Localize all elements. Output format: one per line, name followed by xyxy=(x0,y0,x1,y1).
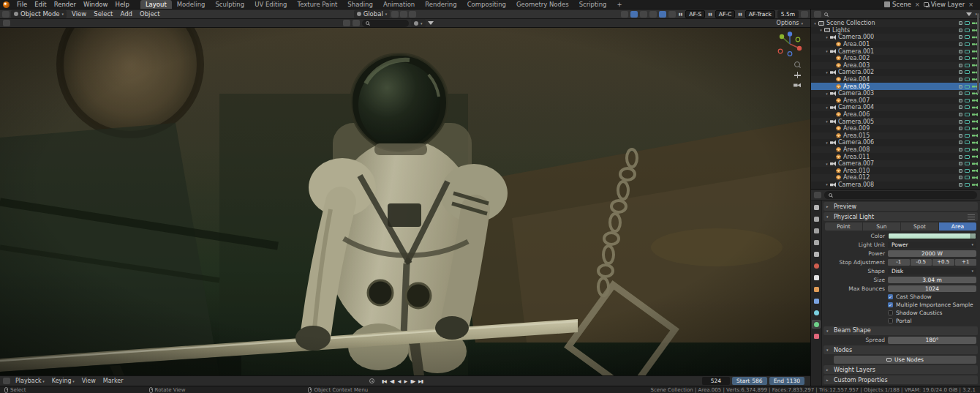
previous-keyframe-button[interactable]: ◀▮ xyxy=(389,378,395,383)
outliner-item-camera-002[interactable]: ▾Camera.002 xyxy=(811,69,980,76)
overlays-toggle-icon[interactable] xyxy=(640,11,647,18)
play-button[interactable]: ▶ xyxy=(403,378,407,383)
workspace-tab-scripting[interactable]: Scripting xyxy=(574,0,612,9)
panel-weight-layers[interactable]: ▸ Weight Layers xyxy=(823,365,978,374)
camera-settings-icon[interactable] xyxy=(801,11,808,18)
panel-preview[interactable]: ▸ Preview xyxy=(823,202,978,211)
exclude-checkbox-icon[interactable] xyxy=(959,141,962,144)
exclude-checkbox-icon[interactable] xyxy=(959,29,962,32)
toolsettings-search[interactable] xyxy=(362,20,409,27)
properties-tab-world[interactable] xyxy=(812,261,821,270)
scene-selector[interactable]: Scene xyxy=(892,1,911,8)
search-icon[interactable] xyxy=(824,12,828,16)
exclude-checkbox-icon[interactable] xyxy=(959,70,962,74)
outliner-item-area-007[interactable]: Area.007 xyxy=(811,97,980,105)
disclosure-triangle[interactable]: ▾ xyxy=(824,35,829,40)
active-tool-icon[interactable] xyxy=(3,20,10,26)
menu-add[interactable]: Add xyxy=(116,10,135,18)
disclosure-triangle[interactable]: ▾ xyxy=(824,105,829,110)
hide-viewport-icon[interactable] xyxy=(965,183,970,187)
hide-viewport-icon[interactable] xyxy=(965,56,970,60)
outliner-item-area-006[interactable]: Area.006 xyxy=(811,111,980,119)
play-reverse-button[interactable]: ◀ xyxy=(397,378,402,383)
exclude-checkbox-icon[interactable] xyxy=(959,85,962,89)
size-field[interactable]: 3.04 m xyxy=(888,277,976,284)
hide-viewport-icon[interactable] xyxy=(965,64,970,67)
outliner-item-lights[interactable]: ▾Lights xyxy=(811,27,980,34)
exclude-checkbox-icon[interactable] xyxy=(959,162,962,165)
properties-tab-physics[interactable] xyxy=(812,308,821,317)
outliner-item-area-002[interactable]: Area.002 xyxy=(811,55,980,62)
tool-icon[interactable] xyxy=(353,20,360,26)
properties-tab-output[interactable] xyxy=(812,226,821,235)
properties-tab-object[interactable] xyxy=(812,285,821,293)
stop-button-0-5[interactable]: +0.5 xyxy=(932,259,954,266)
outliner-item-area-015[interactable]: Area.015 xyxy=(811,132,980,140)
panel-physical-light[interactable]: ▾ Physical Light xyxy=(823,212,978,221)
use-nodes-button[interactable]: Use Nodes xyxy=(834,356,976,364)
multiple-importance-sample-checkbox[interactable] xyxy=(888,302,893,307)
outliner-item-camera-000[interactable]: ▾Camera.000 xyxy=(811,34,980,41)
hide-viewport-icon[interactable] xyxy=(965,155,970,159)
outliner-item-camera-004[interactable]: ▾Camera.004 xyxy=(811,104,980,111)
outliner-item-area-009[interactable]: Area.009 xyxy=(811,125,980,132)
menu-render[interactable]: Render xyxy=(50,1,80,8)
outliner-item-area-003[interactable]: Area.003 xyxy=(811,62,980,70)
pause-icon[interactable]: ▮▮ xyxy=(737,11,743,18)
menu-object[interactable]: Object xyxy=(136,10,164,18)
max-bounces-field[interactable]: 1024 xyxy=(888,285,976,293)
menu-edit[interactable]: Edit xyxy=(31,1,50,8)
properties-tab-object-data[interactable] xyxy=(812,320,821,329)
light-unit-dropdown[interactable]: Power▾ xyxy=(888,242,976,249)
outliner-scrollbar[interactable] xyxy=(977,13,979,94)
unlink-scene-icon[interactable]: × xyxy=(913,1,921,8)
hide-viewport-icon[interactable] xyxy=(965,78,970,81)
jump-to-end-button[interactable]: ▶▮ xyxy=(418,378,423,383)
hide-viewport-icon[interactable] xyxy=(965,113,970,116)
disclosure-triangle[interactable]: ▾ xyxy=(824,162,829,166)
menu-select[interactable]: Select xyxy=(90,10,116,18)
hide-viewport-icon[interactable] xyxy=(965,50,970,53)
panel-custom-properties[interactable]: ▸ Custom Properties xyxy=(823,375,978,384)
hide-viewport-icon[interactable] xyxy=(965,169,970,173)
mode-dropdown[interactable]: Object Mode ▾ xyxy=(11,10,67,18)
search-input[interactable] xyxy=(835,192,973,198)
disable-render-icon[interactable] xyxy=(972,183,978,187)
hide-viewport-icon[interactable] xyxy=(965,29,970,32)
workspace-tab-uv-editing[interactable]: UV Editing xyxy=(249,0,292,9)
workspace-tab-sculpting[interactable]: Sculpting xyxy=(210,0,249,9)
options-dropdown[interactable]: Options ▾ xyxy=(777,20,803,26)
auto-keyframe-icon[interactable] xyxy=(369,378,374,383)
stop-button-0-5[interactable]: -0.5 xyxy=(911,259,932,266)
properties-tab-view-layer[interactable] xyxy=(812,238,821,247)
properties-search[interactable] xyxy=(824,191,977,199)
outliner-item-camera-001[interactable]: ▾Camera.001 xyxy=(811,48,980,55)
hide-viewport-icon[interactable] xyxy=(965,85,970,89)
properties-tab-collection[interactable] xyxy=(812,273,821,282)
exclude-checkbox-icon[interactable] xyxy=(959,64,962,67)
workspace-tab-geometry-nodes[interactable]: Geometry Nodes xyxy=(511,0,574,9)
properties-tab-material[interactable] xyxy=(812,332,821,340)
stop-button-1[interactable]: +1 xyxy=(955,259,977,266)
timeline-menu-playback[interactable]: Playback ▾ xyxy=(12,378,48,384)
hide-viewport-icon[interactable] xyxy=(965,120,970,124)
outliner-editor-icon[interactable] xyxy=(814,11,821,18)
exclude-checkbox-icon[interactable] xyxy=(959,183,962,187)
blender-logo-icon[interactable] xyxy=(3,1,10,8)
remove-view-layer-icon[interactable]: × xyxy=(967,1,975,8)
snap-magnet-icon[interactable] xyxy=(391,11,399,18)
proportional-editing-icon[interactable] xyxy=(409,11,416,18)
hide-viewport-icon[interactable] xyxy=(965,35,970,39)
exclude-checkbox-icon[interactable] xyxy=(959,78,962,81)
camera-view-icon[interactable] xyxy=(794,83,801,88)
hide-viewport-icon[interactable] xyxy=(965,105,970,109)
spread-field[interactable]: 180° xyxy=(888,337,976,344)
orientation-dropdown[interactable]: Global ▾ xyxy=(354,10,391,18)
light-type-point[interactable]: Point xyxy=(825,222,863,231)
menu-help[interactable]: Help xyxy=(111,1,132,8)
workspace-tab-rendering[interactable]: Rendering xyxy=(420,0,461,9)
disclosure-triangle[interactable]: ▾ xyxy=(818,28,823,32)
hide-viewport-icon[interactable] xyxy=(965,91,970,95)
timeline-editor-icon[interactable] xyxy=(3,378,10,384)
hide-viewport-icon[interactable] xyxy=(965,99,970,102)
